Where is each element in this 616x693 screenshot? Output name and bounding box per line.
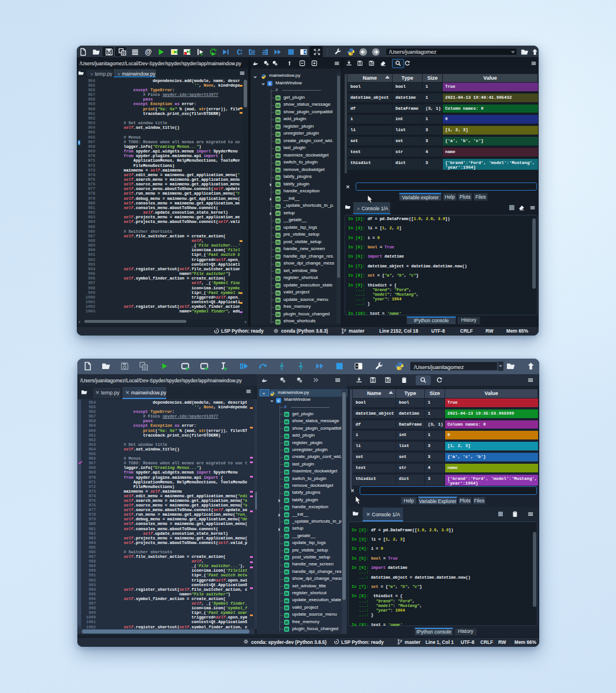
svg-text:@: @ — [145, 48, 152, 56]
